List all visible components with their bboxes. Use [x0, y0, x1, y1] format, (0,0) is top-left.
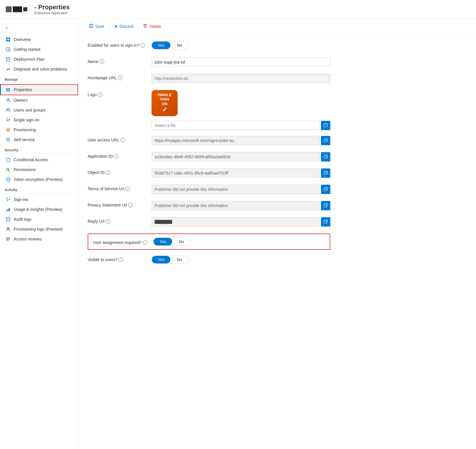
homepage-info-icon[interactable]: i: [118, 76, 122, 80]
sidebar-item-getting-started[interactable]: Getting started: [0, 44, 78, 54]
sidebar-owners-label: Owners: [14, 98, 28, 103]
homepage-input[interactable]: [152, 74, 330, 83]
sidebar-item-properties[interactable]: Properties: [0, 84, 78, 95]
privacy-copy-button[interactable]: [321, 201, 330, 210]
svg-rect-1: [8, 37, 10, 39]
user-access-url-info-icon[interactable]: i: [120, 138, 125, 142]
copy-icon-5: [324, 203, 328, 208]
app-id-input[interactable]: [152, 152, 320, 161]
manage-section-title: Manage: [0, 74, 78, 83]
sidebar-item-token-encryption[interactable]: Token encryption (Preview): [0, 175, 78, 184]
sidebar-item-conditional-access[interactable]: Conditional Access: [0, 155, 78, 165]
user-access-url-copy-button[interactable]: [321, 136, 330, 145]
visible-info-icon[interactable]: i: [118, 257, 123, 262]
sidebar-access-reviews-label: Access reviews: [14, 237, 42, 241]
svg-point-15: [7, 129, 9, 131]
name-input[interactable]: [152, 58, 330, 67]
logo-file-wrapper: [152, 121, 330, 130]
user-assignment-label: User assignment required? i: [93, 238, 147, 245]
toolbar-sep2: [138, 23, 138, 30]
object-id-input[interactable]: [152, 168, 320, 178]
sidebar-item-audit-logs[interactable]: Audit logs: [0, 214, 78, 224]
sso-icon: [6, 117, 11, 123]
homepage-row: Homepage URL i: [88, 74, 330, 84]
sidebar-item-diagnose[interactable]: Diagnose and solve problems: [0, 64, 78, 74]
sidebar-item-overview[interactable]: Overview: [0, 35, 78, 44]
svg-rect-37: [324, 156, 327, 158]
sidebar-users-groups-label: Users and groups: [14, 108, 46, 112]
svg-rect-43: [324, 204, 327, 207]
visible-yes-option[interactable]: Yes: [152, 256, 170, 263]
form-area: Enabled for users to sign-in? i Yes No N…: [78, 34, 340, 279]
visible-no-option[interactable]: No: [170, 256, 189, 263]
sidebar-getting-started-label: Getting started: [14, 47, 40, 52]
svg-rect-35: [324, 139, 327, 142]
tos-input[interactable]: [152, 185, 320, 194]
name-info-icon[interactable]: i: [100, 59, 104, 64]
activity-section-title: Activity: [0, 184, 78, 193]
copy-icon-3: [324, 171, 328, 176]
tos-wrapper: [152, 185, 330, 194]
visible-label: Visible to users? i: [88, 256, 152, 262]
sidebar-item-access-reviews[interactable]: Access reviews: [0, 234, 78, 244]
object-id-control: [152, 168, 330, 178]
sidebar-self-service-label: Self-service: [14, 137, 35, 142]
sidebar-provisioning-logs-label: Provisioning logs (Preview): [14, 227, 63, 231]
user-assignment-toggle[interactable]: Yes No: [153, 238, 191, 246]
privacy-input[interactable]: [152, 201, 320, 210]
svg-rect-33: [324, 124, 327, 127]
user-assignment-no-option[interactable]: No: [172, 238, 191, 245]
user-assignment-yes-option[interactable]: Yes: [154, 238, 172, 245]
sidebar-item-deployment-plan[interactable]: Deployment Plan: [0, 54, 78, 64]
sidebar-audit-logs-label: Audit logs: [14, 217, 31, 222]
user-access-url-wrapper: [152, 136, 330, 145]
object-id-info-icon[interactable]: i: [106, 170, 110, 175]
visible-toggle[interactable]: Yes No: [152, 256, 189, 264]
sidebar-item-usage-insights[interactable]: Usage & insights (Preview): [0, 204, 78, 214]
save-button[interactable]: Save: [85, 22, 108, 31]
svg-rect-3: [8, 40, 10, 42]
logo-row: Logo i SINGLE SIGN ON ✓: [88, 90, 330, 130]
tos-copy-button[interactable]: [321, 185, 330, 194]
enabled-info-icon[interactable]: i: [140, 43, 145, 48]
sidebar-item-self-service[interactable]: Self-service: [0, 135, 78, 145]
reply-url-copy-button[interactable]: [321, 217, 330, 227]
sidebar-provisioning-label: Provisioning: [14, 127, 36, 132]
usage-insights-icon: [6, 207, 11, 212]
app-id-copy-button[interactable]: [321, 152, 330, 161]
permissions-icon: [6, 167, 11, 172]
sidebar-item-sign-ins[interactable]: Sign-ins: [0, 195, 78, 204]
privacy-info-icon[interactable]: i: [128, 203, 133, 207]
sidebar-item-sso[interactable]: Single sign-on: [0, 115, 78, 125]
self-service-icon: [6, 137, 11, 142]
collapse-button[interactable]: «: [2, 24, 11, 32]
header-subtitle: Enterprise Application: [34, 11, 70, 15]
user-access-url-input[interactable]: [152, 136, 320, 145]
sidebar-item-provisioning-logs[interactable]: Provisioning logs (Preview): [0, 224, 78, 234]
logo-info-icon[interactable]: i: [98, 92, 102, 97]
name-label: Name i: [88, 58, 152, 64]
privacy-row: Privacy Statement Url i: [88, 201, 330, 211]
reply-url-info-icon[interactable]: i: [106, 219, 110, 224]
delete-button[interactable]: Delete: [139, 22, 164, 31]
discard-button[interactable]: ✕ Discard: [111, 22, 137, 31]
sidebar-item-provisioning[interactable]: Provisioning: [0, 125, 78, 135]
page-title: - Properties: [34, 3, 70, 11]
svg-rect-0: [6, 37, 8, 39]
logo-file-browse-button[interactable]: [321, 121, 330, 130]
sidebar-item-owners[interactable]: Owners: [0, 95, 78, 105]
enabled-yes-option[interactable]: Yes: [152, 42, 170, 49]
save-label: Save: [95, 24, 104, 29]
copy-icon-2: [324, 155, 328, 159]
svg-rect-30: [90, 24, 92, 25]
user-assignment-info-icon[interactable]: i: [143, 240, 147, 245]
logo-file-input[interactable]: [152, 121, 320, 130]
enabled-toggle[interactable]: Yes No: [152, 41, 189, 49]
sidebar-item-permissions[interactable]: Permissions: [0, 165, 78, 175]
tos-info-icon[interactable]: i: [125, 186, 130, 191]
sidebar-item-users-groups[interactable]: Users and groups: [0, 105, 78, 115]
app-id-info-icon[interactable]: i: [114, 154, 118, 159]
object-id-copy-button[interactable]: [321, 168, 330, 178]
logo-checkmark: ✓: [158, 106, 172, 114]
enabled-no-option[interactable]: No: [170, 42, 189, 49]
